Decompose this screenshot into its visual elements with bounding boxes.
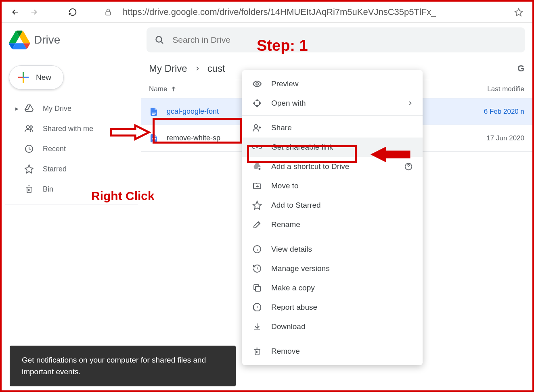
chevron-right-icon bbox=[407, 100, 413, 106]
app-header: Drive bbox=[2, 23, 532, 57]
bookmark-button[interactable] bbox=[511, 5, 526, 19]
ctx-add-star[interactable]: Add to Starred bbox=[242, 196, 423, 215]
app-title: Drive bbox=[34, 33, 60, 46]
people-icon bbox=[24, 124, 34, 133]
person-add-icon bbox=[252, 123, 262, 133]
svg-point-7 bbox=[254, 125, 258, 128]
star-outline-icon bbox=[514, 8, 523, 17]
search-box[interactable] bbox=[147, 27, 525, 52]
column-name[interactable]: Name bbox=[149, 85, 177, 93]
drive-small-icon bbox=[24, 104, 34, 113]
drive-icon bbox=[9, 30, 30, 50]
sidebar-item-label: Shared with me bbox=[43, 125, 93, 133]
ctx-separator bbox=[242, 115, 423, 116]
file-name: gcal-google-font bbox=[167, 107, 219, 116]
nav-refresh-button[interactable] bbox=[65, 5, 80, 19]
ctx-share[interactable]: Share bbox=[242, 118, 423, 138]
plus-icon bbox=[17, 71, 30, 84]
breadcrumb-current[interactable]: cust bbox=[207, 63, 225, 74]
open-with-icon bbox=[252, 98, 262, 108]
sidebar: New ▶ My Drive ▶ Shared with me ▶ Recent… bbox=[2, 57, 141, 390]
help-icon bbox=[404, 162, 413, 171]
notification-toast[interactable]: Get notifications on your computer for s… bbox=[10, 346, 236, 386]
chevron-right-icon bbox=[195, 66, 200, 71]
svg-point-3 bbox=[27, 126, 29, 129]
sidebar-item-label: Starred bbox=[43, 165, 67, 173]
toast-text: Get notifications on your computer for s… bbox=[22, 356, 206, 376]
history-icon bbox=[252, 264, 262, 273]
file-date: 6 Feb 2020 n bbox=[484, 108, 524, 116]
clock-icon bbox=[24, 144, 34, 154]
ctx-rename[interactable]: Rename bbox=[242, 215, 423, 234]
refresh-icon bbox=[68, 8, 77, 17]
ctx-separator bbox=[242, 339, 423, 339]
docs-icon bbox=[149, 133, 159, 144]
file-name: remove-white-sp bbox=[167, 134, 220, 142]
svg-rect-0 bbox=[106, 12, 111, 15]
column-modified[interactable]: Last modifie bbox=[487, 85, 524, 93]
ctx-add-shortcut[interactable]: Add a shortcut to Drive bbox=[242, 157, 423, 176]
svg-point-6 bbox=[256, 83, 258, 85]
google-plus-icon[interactable]: G bbox=[517, 63, 524, 74]
ctx-separator bbox=[242, 237, 423, 237]
star-icon bbox=[24, 164, 34, 174]
download-icon bbox=[252, 322, 262, 332]
arrow-right-icon bbox=[29, 8, 38, 17]
sidebar-item-label: My Drive bbox=[43, 104, 71, 113]
sidebar-item-starred[interactable]: ▶ Starred bbox=[5, 159, 138, 179]
svg-point-1 bbox=[156, 36, 162, 42]
nav-back-button[interactable] bbox=[8, 5, 23, 19]
sidebar-item-my-drive[interactable]: ▶ My Drive bbox=[5, 98, 138, 119]
nav-forward-button[interactable] bbox=[27, 5, 41, 19]
sidebar-divider bbox=[5, 204, 138, 204]
svg-rect-2 bbox=[23, 77, 24, 78]
file-date: 17 Jun 2020 bbox=[486, 134, 524, 142]
arrow-up-icon bbox=[170, 86, 177, 92]
search-input[interactable] bbox=[172, 35, 517, 45]
ctx-move-to[interactable]: Move to bbox=[242, 176, 423, 196]
ctx-remove[interactable]: Remove bbox=[242, 342, 423, 361]
new-button-label: New bbox=[36, 73, 51, 82]
pencil-icon bbox=[252, 220, 262, 229]
eye-icon bbox=[252, 79, 262, 89]
sidebar-item-bin[interactable]: ▶ Bin bbox=[5, 179, 138, 199]
svg-point-4 bbox=[30, 126, 32, 128]
copy-icon bbox=[252, 283, 262, 293]
search-icon bbox=[155, 35, 164, 45]
breadcrumb-root[interactable]: My Drive bbox=[149, 63, 187, 74]
ctx-download[interactable]: Download bbox=[242, 317, 423, 336]
ctx-report-abuse[interactable]: Report abuse bbox=[242, 298, 423, 317]
expand-triangle-icon[interactable]: ▶ bbox=[15, 106, 19, 111]
lock-icon bbox=[104, 8, 112, 16]
svg-rect-11 bbox=[255, 286, 260, 291]
trash-icon bbox=[252, 346, 262, 356]
link-icon bbox=[252, 142, 262, 152]
report-icon bbox=[252, 302, 262, 312]
context-menu: Preview Open with Share Get shareable li… bbox=[242, 70, 423, 365]
drive-logo[interactable]: Drive bbox=[9, 30, 60, 50]
trash-icon bbox=[24, 184, 34, 194]
sidebar-item-label: Bin bbox=[43, 185, 53, 194]
drive-add-icon bbox=[252, 162, 262, 171]
info-icon bbox=[252, 244, 262, 254]
folder-move-icon bbox=[252, 181, 262, 191]
arrow-left-icon bbox=[11, 8, 20, 17]
new-button[interactable]: New bbox=[9, 65, 64, 90]
ctx-manage-versions[interactable]: Manage versions bbox=[242, 259, 423, 278]
ctx-get-shareable-link[interactable]: Get shareable link bbox=[242, 138, 423, 157]
ctx-preview[interactable]: Preview bbox=[242, 74, 423, 94]
sidebar-item-recent[interactable]: ▶ Recent bbox=[5, 139, 138, 159]
star-icon bbox=[252, 200, 262, 210]
browser-toolbar: https://drive.google.com/drive/folders/1… bbox=[2, 2, 532, 23]
ctx-make-copy[interactable]: Make a copy bbox=[242, 278, 423, 298]
sidebar-item-shared[interactable]: ▶ Shared with me bbox=[5, 119, 138, 139]
ctx-view-details[interactable]: View details bbox=[242, 240, 423, 259]
docs-icon bbox=[149, 106, 159, 117]
url-text: https://drive.google.com/drive/folders/1… bbox=[123, 7, 436, 17]
url-bar[interactable]: https://drive.google.com/drive/folders/1… bbox=[116, 4, 507, 20]
sidebar-item-label: Recent bbox=[43, 145, 66, 153]
ctx-open-with[interactable]: Open with bbox=[242, 94, 423, 113]
